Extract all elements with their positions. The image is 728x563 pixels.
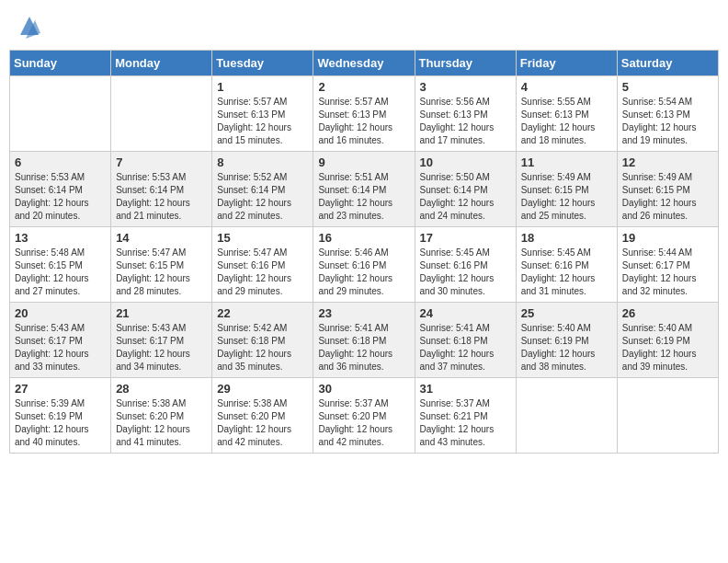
day-info: Sunrise: 5:45 AM Sunset: 6:16 PM Dayligh…: [521, 247, 612, 298]
calendar-cell: 30Sunrise: 5:37 AM Sunset: 6:20 PM Dayli…: [313, 378, 415, 454]
day-number: 26: [622, 306, 713, 320]
day-info: Sunrise: 5:41 AM Sunset: 6:18 PM Dayligh…: [420, 322, 511, 373]
calendar-cell: 21Sunrise: 5:43 AM Sunset: 6:17 PM Dayli…: [111, 303, 212, 378]
day-info: Sunrise: 5:54 AM Sunset: 6:13 PM Dayligh…: [622, 96, 713, 147]
calendar-cell: 13Sunrise: 5:48 AM Sunset: 6:15 PM Dayli…: [10, 227, 111, 303]
day-info: Sunrise: 5:51 AM Sunset: 6:14 PM Dayligh…: [318, 171, 409, 223]
day-info: Sunrise: 5:40 AM Sunset: 6:19 PM Dayligh…: [622, 322, 713, 373]
day-info: Sunrise: 5:43 AM Sunset: 6:17 PM Dayligh…: [15, 322, 106, 373]
day-info: Sunrise: 5:43 AM Sunset: 6:17 PM Dayligh…: [116, 322, 207, 373]
day-number: 8: [217, 155, 308, 169]
day-number: 11: [521, 155, 612, 169]
day-info: Sunrise: 5:57 AM Sunset: 6:13 PM Dayligh…: [318, 96, 409, 147]
day-info: Sunrise: 5:55 AM Sunset: 6:13 PM Dayligh…: [521, 96, 612, 147]
day-info: Sunrise: 5:40 AM Sunset: 6:19 PM Dayligh…: [521, 322, 612, 373]
calendar-cell: 15Sunrise: 5:47 AM Sunset: 6:16 PM Dayli…: [212, 227, 313, 303]
day-info: Sunrise: 5:52 AM Sunset: 6:14 PM Dayligh…: [217, 171, 308, 223]
day-number: 25: [521, 306, 612, 320]
calendar-cell: 1Sunrise: 5:57 AM Sunset: 6:13 PM Daylig…: [212, 76, 313, 152]
calendar-cell: [617, 378, 718, 454]
calendar-cell: 9Sunrise: 5:51 AM Sunset: 6:14 PM Daylig…: [313, 152, 415, 227]
day-number: 22: [217, 306, 308, 320]
calendar-cell: 23Sunrise: 5:41 AM Sunset: 6:18 PM Dayli…: [313, 303, 415, 378]
day-header-friday: Friday: [516, 51, 617, 76]
day-header-sunday: Sunday: [10, 51, 111, 76]
day-number: 1: [217, 80, 308, 94]
calendar-cell: 24Sunrise: 5:41 AM Sunset: 6:18 PM Dayli…: [415, 303, 516, 378]
calendar-cell: [516, 378, 617, 454]
calendar-cell: 7Sunrise: 5:53 AM Sunset: 6:14 PM Daylig…: [111, 152, 212, 227]
day-info: Sunrise: 5:48 AM Sunset: 6:15 PM Dayligh…: [15, 247, 106, 298]
calendar-cell: 4Sunrise: 5:55 AM Sunset: 6:13 PM Daylig…: [516, 76, 617, 152]
calendar-cell: 10Sunrise: 5:50 AM Sunset: 6:14 PM Dayli…: [415, 152, 516, 227]
calendar-table: SundayMondayTuesdayWednesdayThursdayFrid…: [9, 50, 719, 454]
days-header-row: SundayMondayTuesdayWednesdayThursdayFrid…: [10, 51, 719, 76]
day-info: Sunrise: 5:53 AM Sunset: 6:14 PM Dayligh…: [15, 171, 106, 223]
calendar-cell: 31Sunrise: 5:37 AM Sunset: 6:21 PM Dayli…: [415, 378, 516, 454]
day-header-monday: Monday: [111, 51, 212, 76]
calendar-cell: 19Sunrise: 5:44 AM Sunset: 6:17 PM Dayli…: [617, 227, 718, 303]
day-number: 20: [15, 306, 106, 320]
calendar-cell: [111, 76, 212, 152]
day-info: Sunrise: 5:46 AM Sunset: 6:16 PM Dayligh…: [318, 247, 409, 298]
day-info: Sunrise: 5:45 AM Sunset: 6:16 PM Dayligh…: [420, 247, 511, 298]
day-number: 29: [217, 382, 308, 396]
calendar-cell: 5Sunrise: 5:54 AM Sunset: 6:13 PM Daylig…: [617, 76, 718, 152]
calendar-week-2: 6Sunrise: 5:53 AM Sunset: 6:14 PM Daylig…: [10, 152, 719, 227]
day-number: 17: [420, 231, 511, 245]
calendar-cell: 11Sunrise: 5:49 AM Sunset: 6:15 PM Dayli…: [516, 152, 617, 227]
day-number: 14: [116, 231, 207, 245]
day-info: Sunrise: 5:53 AM Sunset: 6:14 PM Dayligh…: [116, 171, 207, 223]
day-number: 24: [420, 306, 511, 320]
day-info: Sunrise: 5:49 AM Sunset: 6:15 PM Dayligh…: [622, 171, 713, 223]
day-header-thursday: Thursday: [415, 51, 516, 76]
calendar-cell: 25Sunrise: 5:40 AM Sunset: 6:19 PM Dayli…: [516, 303, 617, 378]
calendar-cell: 17Sunrise: 5:45 AM Sunset: 6:16 PM Dayli…: [415, 227, 516, 303]
day-number: 27: [15, 382, 106, 396]
day-info: Sunrise: 5:49 AM Sunset: 6:15 PM Dayligh…: [521, 171, 612, 223]
day-header-wednesday: Wednesday: [313, 51, 415, 76]
day-info: Sunrise: 5:38 AM Sunset: 6:20 PM Dayligh…: [217, 397, 308, 449]
day-info: Sunrise: 5:57 AM Sunset: 6:13 PM Dayligh…: [217, 96, 308, 147]
day-info: Sunrise: 5:47 AM Sunset: 6:16 PM Dayligh…: [217, 247, 308, 298]
day-number: 5: [622, 80, 713, 94]
day-number: 23: [318, 306, 409, 320]
day-number: 28: [116, 382, 207, 396]
day-info: Sunrise: 5:37 AM Sunset: 6:20 PM Dayligh…: [318, 397, 409, 449]
day-number: 31: [420, 382, 511, 396]
day-number: 10: [420, 155, 511, 169]
logo-icon: [18, 13, 40, 39]
day-info: Sunrise: 5:37 AM Sunset: 6:21 PM Dayligh…: [420, 397, 511, 449]
day-number: 6: [15, 155, 106, 169]
calendar-cell: 6Sunrise: 5:53 AM Sunset: 6:14 PM Daylig…: [10, 152, 111, 227]
day-info: Sunrise: 5:39 AM Sunset: 6:19 PM Dayligh…: [15, 397, 106, 449]
day-number: 19: [622, 231, 713, 245]
day-number: 7: [116, 155, 207, 169]
day-number: 21: [116, 306, 207, 320]
calendar-week-1: 1Sunrise: 5:57 AM Sunset: 6:13 PM Daylig…: [10, 76, 719, 152]
calendar-cell: 14Sunrise: 5:47 AM Sunset: 6:15 PM Dayli…: [111, 227, 212, 303]
day-number: 9: [318, 155, 409, 169]
day-number: 15: [217, 231, 308, 245]
calendar-cell: 29Sunrise: 5:38 AM Sunset: 6:20 PM Dayli…: [212, 378, 313, 454]
calendar-cell: 28Sunrise: 5:38 AM Sunset: 6:20 PM Dayli…: [111, 378, 212, 454]
logo: [17, 13, 40, 39]
calendar-cell: 12Sunrise: 5:49 AM Sunset: 6:15 PM Dayli…: [617, 152, 718, 227]
day-info: Sunrise: 5:38 AM Sunset: 6:20 PM Dayligh…: [116, 397, 207, 449]
day-number: 13: [15, 231, 106, 245]
day-info: Sunrise: 5:44 AM Sunset: 6:17 PM Dayligh…: [622, 247, 713, 298]
day-number: 30: [318, 382, 409, 396]
page-header: [9, 9, 719, 42]
day-info: Sunrise: 5:56 AM Sunset: 6:13 PM Dayligh…: [420, 96, 511, 147]
calendar-cell: 3Sunrise: 5:56 AM Sunset: 6:13 PM Daylig…: [415, 76, 516, 152]
day-number: 12: [622, 155, 713, 169]
day-number: 4: [521, 80, 612, 94]
calendar-cell: [10, 76, 111, 152]
calendar-cell: 18Sunrise: 5:45 AM Sunset: 6:16 PM Dayli…: [516, 227, 617, 303]
calendar-cell: 27Sunrise: 5:39 AM Sunset: 6:19 PM Dayli…: [10, 378, 111, 454]
day-info: Sunrise: 5:41 AM Sunset: 6:18 PM Dayligh…: [318, 322, 409, 373]
day-info: Sunrise: 5:42 AM Sunset: 6:18 PM Dayligh…: [217, 322, 308, 373]
calendar-cell: 8Sunrise: 5:52 AM Sunset: 6:14 PM Daylig…: [212, 152, 313, 227]
calendar-week-5: 27Sunrise: 5:39 AM Sunset: 6:19 PM Dayli…: [10, 378, 719, 454]
day-info: Sunrise: 5:50 AM Sunset: 6:14 PM Dayligh…: [420, 171, 511, 223]
